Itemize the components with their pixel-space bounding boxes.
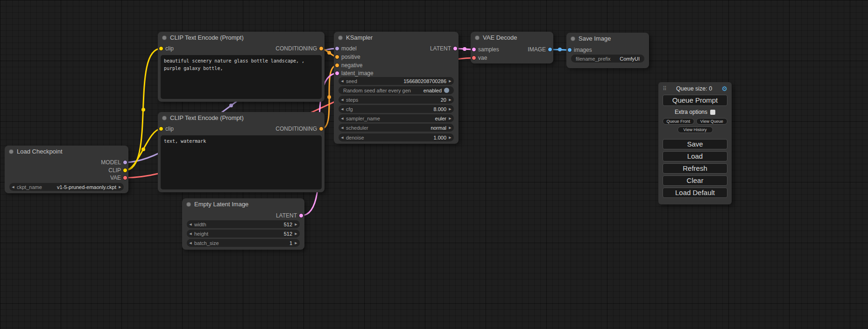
widget-filename-prefix[interactable]: filename_prefix ComfyUI [571,55,644,63]
collapse-dot-icon[interactable] [162,35,167,40]
node-clip-text-encode-negative[interactable]: CLIP Text Encode (Prompt) clip CONDITION… [158,112,325,192]
output-slot-conditioning: CONDITIONING [275,44,317,53]
collapse-dot-icon[interactable] [162,116,167,120]
link-midpoint-dot [558,48,562,51]
collapse-dot-icon[interactable] [338,35,343,40]
widget-value: normal [430,125,446,131]
decrement-arrow-icon[interactable]: ◀ [9,185,17,189]
output-slot-vae: VAE [110,174,121,182]
node-load-checkpoint[interactable]: Load Checkpoint MODEL CLIP VAE ◀ ckpt_na… [5,146,128,193]
widget-ckpt-name[interactable]: ◀ ckpt_name v1-5-pruned-emaonly.ckpt ▶ [9,183,124,191]
increment-arrow-icon[interactable]: ▶ [292,232,300,236]
prompt-text-input[interactable]: text, watermark [161,135,322,189]
node-title: KSampler [334,32,459,44]
widget-value: 1.000 [433,135,446,140]
output-slot-latent: LATENT [276,211,297,220]
load-default-button[interactable]: Load Default [663,188,727,198]
link-midpoint-dot [463,47,466,51]
increment-arrow-icon[interactable]: ▶ [446,79,454,83]
increment-arrow-icon[interactable]: ▶ [446,136,454,140]
view-history-button[interactable]: View History [677,126,713,133]
save-button[interactable]: Save [663,139,727,149]
increment-arrow-icon[interactable]: ▶ [116,185,124,189]
increment-arrow-icon[interactable]: ▶ [446,98,454,102]
prompt-text-input[interactable]: beautiful scenery nature glass bottle la… [161,55,322,99]
queue-menu-panel[interactable]: ⠿ Queue size: 0 ⚙ Queue Prompt Extra opt… [658,82,732,204]
extra-options-checkbox[interactable] [710,110,715,115]
increment-arrow-icon[interactable]: ▶ [292,241,300,245]
widget-label: batch_size [194,240,219,246]
queue-front-button[interactable]: Queue Front [663,118,694,125]
increment-arrow-icon[interactable]: ▶ [446,117,454,120]
decrement-arrow-icon[interactable]: ◀ [187,223,194,226]
output-slot-image: IMAGE [528,45,546,54]
widget-label: filename_prefix [576,56,611,62]
collapse-dot-icon[interactable] [571,36,575,41]
input-slot-clip: clip [165,125,174,133]
view-queue-button[interactable]: View Queue [696,118,728,125]
widget-label: width [194,222,206,227]
widget-value: 8.000 [433,106,446,112]
node-vae-decode[interactable]: VAE Decode samples vae IMAGE [471,32,553,63]
input-slot-positive: positive [341,53,360,61]
widget-label: denoise [346,135,364,140]
widget-value: 512 [284,222,292,227]
load-button[interactable]: Load [663,151,727,161]
widget-cfg[interactable]: ◀ cfg 8.000 ▶ [339,105,454,113]
drag-handle-icon[interactable]: ⠿ [663,85,667,92]
collapse-dot-icon[interactable] [475,35,480,40]
decrement-arrow-icon[interactable]: ◀ [187,241,194,245]
increment-arrow-icon[interactable]: ▶ [292,223,300,226]
collapse-dot-icon[interactable] [9,149,14,154]
increment-arrow-icon[interactable]: ▶ [446,107,454,111]
queue-prompt-button[interactable]: Queue Prompt [663,95,727,106]
widget-steps[interactable]: ◀ steps 20 ▶ [339,96,454,104]
clear-button[interactable]: Clear [663,175,727,186]
link-midpoint-dot [327,95,331,99]
widget-scheduler[interactable]: ◀ scheduler normal ▶ [339,124,454,132]
widget-sampler-name[interactable]: ◀ sampler_name euler ▶ [339,114,454,122]
toggle-dot-icon[interactable] [444,88,449,93]
widget-height[interactable]: ◀ height 512 ▶ [187,230,300,238]
node-title: CLIP Text Encode (Prompt) [158,112,325,124]
input-slot-vae: vae [478,54,487,62]
decrement-arrow-icon[interactable]: ◀ [339,107,346,111]
widget-label: scheduler [346,125,368,131]
widget-value: euler [435,116,446,121]
link-midpoint-dot [141,147,145,151]
decrement-arrow-icon[interactable]: ◀ [339,79,346,83]
widget-denoise[interactable]: ◀ denoise 1.000 ▶ [339,133,454,141]
node-title: Load Checkpoint [5,146,128,158]
widget-batch-size[interactable]: ◀ batch_size 1 ▶ [187,239,300,247]
input-slot-model: model [341,44,357,53]
decrement-arrow-icon[interactable]: ◀ [339,98,346,102]
refresh-button[interactable]: Refresh [663,163,727,174]
link-midpoint-dot [327,51,331,55]
widget-value: enabled [423,88,442,93]
collapse-dot-icon[interactable] [186,202,191,207]
output-slot-conditioning: CONDITIONING [275,125,317,133]
widget-width[interactable]: ◀ width 512 ▶ [187,220,300,228]
widget-seed[interactable]: ◀ seed 156680208700286 ▶ [339,77,454,85]
widget-label: ckpt_name [17,184,42,190]
input-slot-latent-image: latent_image [341,69,374,77]
decrement-arrow-icon[interactable]: ◀ [187,232,194,236]
widget-value: 20 [441,97,446,103]
node-ksampler[interactable]: KSampler model positive negative latent_… [334,32,459,144]
node-clip-text-encode-positive[interactable]: CLIP Text Encode (Prompt) clip CONDITION… [158,32,325,102]
settings-gear-icon[interactable]: ⚙ [721,85,727,92]
widget-label: cfg [346,106,353,112]
widget-label: sampler_name [346,116,380,121]
decrement-arrow-icon[interactable]: ◀ [339,136,346,140]
widget-random-seed-toggle[interactable]: Random seed after every gen enabled [339,86,454,94]
node-title: Empty Latent Image [182,198,304,210]
input-slot-images: images [574,46,592,54]
widget-label: Random seed after every gen [343,88,411,93]
decrement-arrow-icon[interactable]: ◀ [339,126,346,130]
node-empty-latent-image[interactable]: Empty Latent Image LATENT ◀ width 512 ▶ … [182,198,304,250]
node-save-image[interactable]: Save Image images filename_prefix ComfyU… [566,33,649,68]
increment-arrow-icon[interactable]: ▶ [446,126,454,130]
widget-label: seed [346,78,357,84]
graph-canvas[interactable]: Load Checkpoint MODEL CLIP VAE ◀ ckpt_na… [0,0,868,329]
decrement-arrow-icon[interactable]: ◀ [339,117,346,120]
